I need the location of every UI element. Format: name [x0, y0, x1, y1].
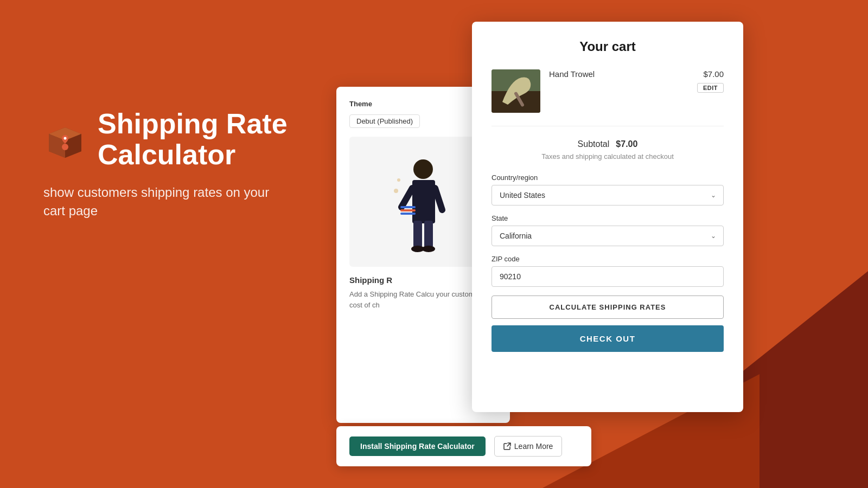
state-field-group: State California ⌄ — [492, 214, 724, 246]
learn-more-label: Learn More — [514, 442, 553, 451]
svg-rect-15 — [400, 209, 416, 211]
svg-point-17 — [394, 189, 398, 193]
bottom-action-bar: Install Shipping Rate Calculator Learn M… — [336, 426, 591, 466]
install-button[interactable]: Install Shipping Rate Calculator — [349, 436, 486, 456]
zip-label: ZIP code — [492, 255, 724, 263]
svg-rect-7 — [412, 180, 435, 223]
app-title-group: Shipping Rate Calculator — [98, 108, 288, 170]
zip-input[interactable] — [492, 266, 724, 287]
state-select-wrapper: California ⌄ — [492, 226, 724, 246]
cart-item: Hand Trowel $7.00 EDIT — [492, 69, 724, 126]
subtotal-value: $7.00 — [616, 139, 637, 149]
cart-item-image — [492, 69, 540, 113]
cart-title: Your cart — [492, 39, 724, 54]
theme-badge: Debut (Published) — [349, 114, 420, 128]
subtotal-label: Subtotal — [578, 139, 610, 149]
calculate-shipping-button[interactable]: CALCULATE SHIPPING RATES — [492, 296, 724, 319]
svg-point-4 — [62, 144, 68, 150]
country-label: Country/region — [492, 174, 724, 182]
svg-rect-8 — [413, 221, 422, 248]
state-select[interactable]: California — [492, 226, 724, 246]
left-content: Shipping Rate Calculator show customers … — [43, 108, 288, 220]
cart-card: Your cart Hand Trowel $7.00 EDIT Subtota… — [472, 22, 743, 412]
svg-point-6 — [413, 159, 433, 179]
taxes-note: Taxes and shipping calculated at checkou… — [492, 152, 724, 160]
app-subtitle: show customers shipping rates on your ca… — [43, 183, 271, 220]
app-title-line1: Shipping Rate — [98, 108, 288, 139]
country-select[interactable]: United States — [492, 185, 724, 206]
country-select-wrapper: United States ⌄ — [492, 185, 724, 206]
cart-item-right: $7.00 EDIT — [697, 69, 724, 93]
state-label: State — [492, 214, 724, 222]
box-icon — [43, 118, 87, 161]
svg-point-5 — [64, 137, 67, 140]
zip-field-group: ZIP code — [492, 255, 724, 287]
learn-more-button[interactable]: Learn More — [494, 436, 563, 457]
svg-rect-9 — [424, 221, 433, 248]
logo-title-group: Shipping Rate Calculator — [43, 108, 288, 170]
svg-rect-14 — [400, 206, 416, 208]
cart-item-details: Hand Trowel — [549, 69, 688, 79]
svg-point-11 — [422, 246, 435, 252]
edit-button[interactable]: EDIT — [697, 83, 724, 93]
person-svg — [391, 147, 456, 256]
svg-point-18 — [397, 178, 400, 182]
checkout-button[interactable]: CHECK OUT — [492, 325, 724, 352]
country-field-group: Country/region United States ⌄ — [492, 174, 724, 206]
svg-line-13 — [435, 188, 442, 210]
cart-item-price: $7.00 — [703, 69, 724, 79]
svg-rect-16 — [400, 213, 416, 215]
svg-line-12 — [401, 188, 412, 207]
subtotal-row: Subtotal $7.00 — [492, 139, 724, 149]
cart-item-name: Hand Trowel — [549, 69, 688, 79]
app-title-line2: Calculator — [98, 139, 288, 170]
external-link-icon — [503, 442, 511, 450]
